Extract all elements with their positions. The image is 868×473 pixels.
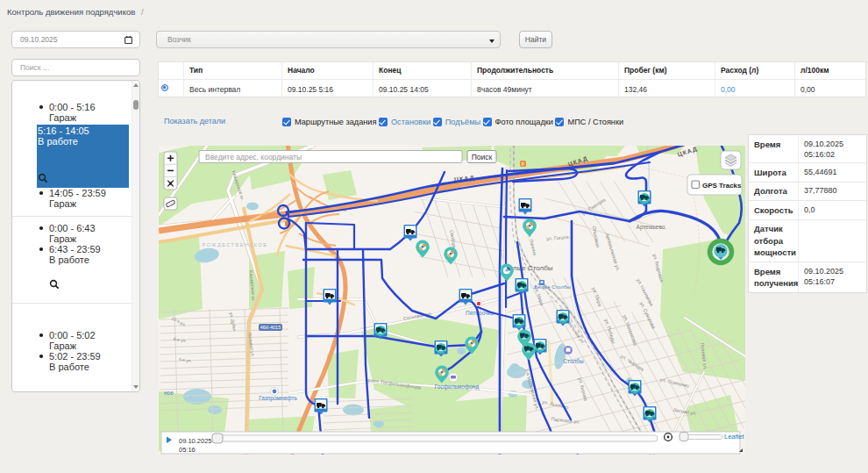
svg-text:Госфильмофонд: Госфильмофонд	[435, 383, 480, 391]
svg-text:Артемьево: Артемьево	[637, 224, 665, 231]
svg-text:09.10.2025: 09.10.2025	[179, 437, 212, 445]
svg-text:Белые Столбы: Белые Столбы	[534, 284, 570, 290]
svg-text:Газпромнефть: Газпромнефть	[259, 395, 297, 402]
svg-text:РОЖДЕСТВЕНСКОЕ: РОЖДЕСТВЕНСКОЕ	[203, 242, 268, 247]
svg-text:Введите адрес, координаты: Введите адрес, координаты	[205, 153, 302, 161]
svg-text:Leaflet: Leaflet	[724, 433, 744, 441]
svg-text:Поиск: Поиск	[472, 153, 493, 161]
svg-text:Столбы: Столбы	[563, 358, 584, 364]
svg-text:GPS Tracks: GPS Tracks	[702, 182, 742, 190]
svg-text:05:16: 05:16	[179, 446, 196, 454]
svg-text:46К-4015: 46К-4015	[260, 325, 281, 330]
svg-text:ное: ное	[164, 390, 174, 396]
svg-text:Пятёрочка: Пятёрочка	[466, 310, 494, 317]
